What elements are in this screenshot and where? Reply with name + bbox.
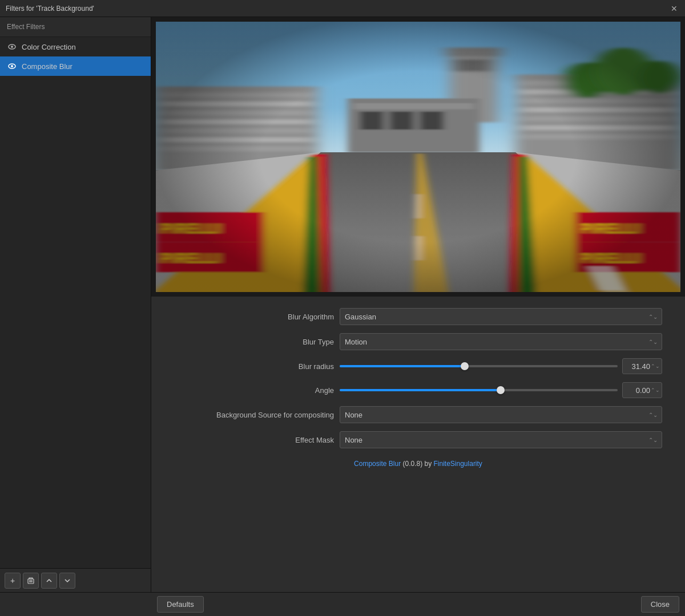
effect-mask-row: Effect Mask None xyxy=(174,431,662,448)
angle-input[interactable] xyxy=(622,382,662,398)
blur-radius-control xyxy=(340,358,662,374)
credits-section: Composite Blur (0.0.8) by FiniteSingular… xyxy=(174,460,662,468)
svg-rect-8 xyxy=(29,578,33,579)
move-down-button[interactable] xyxy=(59,573,75,589)
effect-mask-label: Effect Mask xyxy=(174,436,334,444)
blur-type-wrapper: Motion Zoom Tilt-Shift Area xyxy=(340,333,662,350)
blur-radius-spinner xyxy=(622,358,662,374)
move-up-button[interactable] xyxy=(41,573,57,589)
background-source-control: None xyxy=(340,406,662,423)
angle-thumb[interactable] xyxy=(497,386,505,394)
filter-list: Color Correction Composite Blur xyxy=(0,37,151,568)
background-source-row: Background Source for compositing None xyxy=(174,406,662,423)
sidebar-header: Effect Filters xyxy=(0,17,151,37)
blur-radius-input[interactable] xyxy=(622,358,662,374)
blur-radius-slider[interactable] xyxy=(340,365,618,367)
remove-filter-button[interactable] xyxy=(23,573,39,589)
angle-fill xyxy=(340,389,501,391)
blur-type-control: Motion Zoom Tilt-Shift Area xyxy=(340,333,662,350)
svg-point-1 xyxy=(11,46,13,48)
background-source-select[interactable]: None xyxy=(340,406,662,423)
sidebar-toolbar: + xyxy=(0,568,151,592)
credits-middle-text: (0.0.8) by xyxy=(401,460,433,468)
close-button[interactable]: Close xyxy=(641,596,679,613)
plugin-name-link[interactable]: Composite Blur xyxy=(354,460,401,468)
svg-rect-62 xyxy=(156,22,680,292)
author-link[interactable]: FiniteSingularity xyxy=(434,460,482,468)
titlebar: Filters for 'Track Background' ✕ xyxy=(0,0,685,17)
angle-spinner xyxy=(622,382,662,398)
preview-canvas: PIRELLI PIRELLI PIRELLI PIRELLI xyxy=(156,22,680,292)
effect-mask-select[interactable]: None xyxy=(340,431,662,448)
bottom-bar: Defaults Close xyxy=(0,592,685,616)
blur-radius-label: Blur radius xyxy=(174,362,334,371)
titlebar-title: Filters for 'Track Background' xyxy=(6,5,94,13)
sidebar-item-color-correction[interactable]: Color Correction xyxy=(0,37,151,56)
angle-row: Angle xyxy=(174,382,662,398)
effect-mask-wrapper: None xyxy=(340,431,662,448)
blur-radius-slider-row xyxy=(340,358,662,374)
main-area: Effect Filters Color Correction xyxy=(0,17,685,592)
angle-control xyxy=(340,382,662,398)
blur-algorithm-row: Blur Algorithm Gaussian Box Bilateral xyxy=(174,308,662,325)
blur-radius-thumb[interactable] xyxy=(461,362,469,370)
content-area: PIRELLI PIRELLI PIRELLI PIRELLI xyxy=(151,17,685,592)
angle-label: Angle xyxy=(174,386,334,395)
eye-icon xyxy=(7,42,17,52)
blur-type-row: Blur Type Motion Zoom Tilt-Shift Area xyxy=(174,333,662,350)
sidebar-item-composite-blur[interactable]: Composite Blur xyxy=(0,56,151,76)
angle-slider[interactable] xyxy=(340,389,618,391)
close-icon[interactable]: ✕ xyxy=(669,3,679,14)
eye-icon-active xyxy=(7,61,17,71)
sidebar-item-active-label: Composite Blur xyxy=(22,62,72,71)
blur-algorithm-wrapper: Gaussian Box Bilateral xyxy=(340,308,662,325)
blur-radius-row: Blur radius xyxy=(174,358,662,374)
blur-algorithm-label: Blur Algorithm xyxy=(174,313,334,321)
preview-area: PIRELLI PIRELLI PIRELLI PIRELLI xyxy=(151,17,685,297)
blur-algorithm-control: Gaussian Box Bilateral xyxy=(340,308,662,325)
defaults-button[interactable]: Defaults xyxy=(157,596,204,613)
blur-radius-fill xyxy=(340,365,465,367)
svg-point-3 xyxy=(11,65,13,67)
blur-type-label: Blur Type xyxy=(174,338,334,346)
background-source-wrapper: None xyxy=(340,406,662,423)
blur-algorithm-select[interactable]: Gaussian Box Bilateral xyxy=(340,308,662,325)
sidebar: Effect Filters Color Correction xyxy=(0,17,151,592)
blur-type-select[interactable]: Motion Zoom Tilt-Shift Area xyxy=(340,333,662,350)
add-filter-button[interactable]: + xyxy=(5,573,21,589)
sidebar-item-label: Color Correction xyxy=(22,43,76,51)
effect-mask-control: None xyxy=(340,431,662,448)
background-source-label: Background Source for compositing xyxy=(174,411,334,419)
settings-panel: Blur Algorithm Gaussian Box Bilateral Bl… xyxy=(151,297,685,592)
angle-slider-row xyxy=(340,382,662,398)
